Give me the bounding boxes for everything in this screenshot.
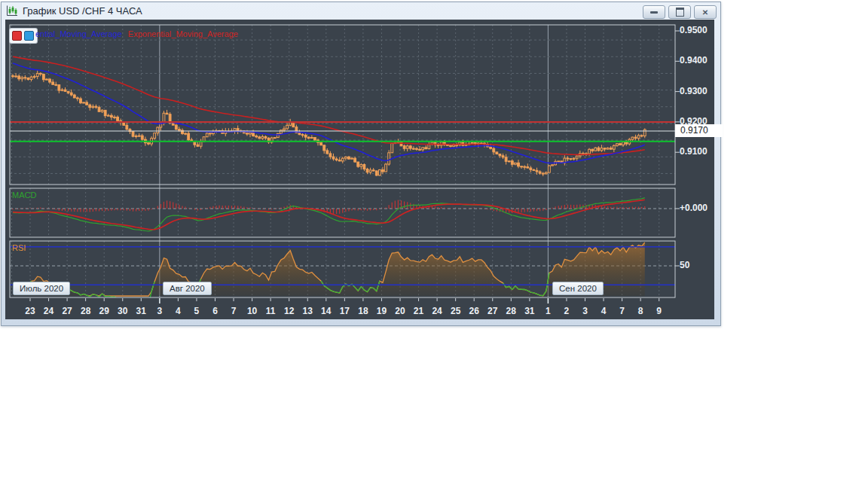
month-badge-july: Июль 2020 <box>13 282 70 295</box>
rsi-axis-label: 50 <box>680 260 689 270</box>
macd-panel-label: MACD <box>12 191 36 200</box>
macd-axis-label: +0.000 <box>680 203 708 213</box>
current-price-box: 0.9170 <box>675 124 723 137</box>
price-axis-label: 0.9100 <box>680 146 708 157</box>
desktop: { "window": { "title": "График USD /CHF … <box>0 0 868 488</box>
price-chart-canvas[interactable] <box>5 20 714 319</box>
minimize-button[interactable] <box>643 5 665 19</box>
rsi-panel-label: RSI <box>12 243 26 252</box>
restore-icon <box>676 8 684 17</box>
window-title: График USD /CHF 4 ЧАСА <box>23 5 142 17</box>
price-axis-label: 0.9400 <box>680 55 708 66</box>
ema-slow-legend-label: Exponential_Moving_Average <box>128 29 238 38</box>
indicator-quick-buttons <box>10 29 37 43</box>
ema-fast-legend-label: ential_Moving_Average <box>35 29 122 38</box>
sell-button[interactable] <box>12 31 22 41</box>
month-badge-september: Сен 2020 <box>552 282 604 295</box>
month-badge-august: Авг 2020 <box>163 282 212 295</box>
close-icon: ✕ <box>702 8 708 17</box>
time-axis-label: 9 <box>648 306 671 316</box>
title-bar[interactable]: График USD /CHF 4 ЧАСА ✕ <box>2 2 720 20</box>
indicator-legend: ential_Moving_Average Exponential_Moving… <box>35 29 238 38</box>
candlestick-chart-icon <box>6 5 18 17</box>
chart-client-area[interactable]: ential_Moving_Average Exponential_Moving… <box>5 20 714 319</box>
restore-button[interactable] <box>668 5 691 19</box>
buy-button[interactable] <box>24 31 34 41</box>
price-axis-label: 0.9300 <box>680 86 708 96</box>
chart-window: График USD /CHF 4 ЧАСА ✕ ential_Moving_A… <box>1 2 721 326</box>
close-button[interactable]: ✕ <box>694 5 717 19</box>
minimize-icon <box>650 11 658 14</box>
window-controls: ✕ <box>643 5 717 19</box>
price-axis-label: 0.9500 <box>680 25 708 35</box>
